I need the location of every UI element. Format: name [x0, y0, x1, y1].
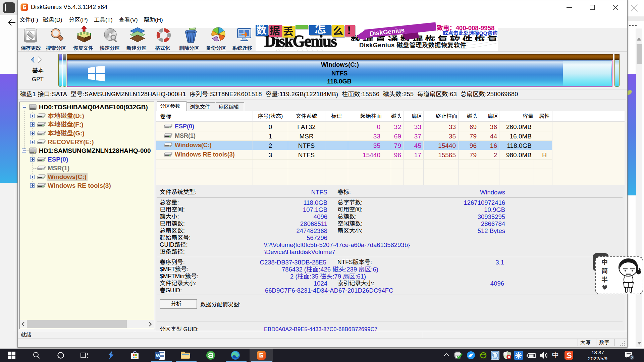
svg-text:2: 2 [631, 355, 634, 360]
svg-text:intel: intel [493, 357, 497, 359]
svg-text:W: W [156, 353, 161, 358]
